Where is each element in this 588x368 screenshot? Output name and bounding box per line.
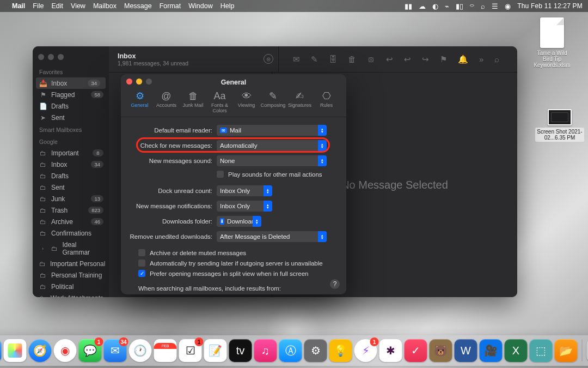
dock-chrome[interactable]: ◉ [54,339,77,362]
compose-icon[interactable]: ✎ [311,55,318,64]
sidebar-item-work-attachments[interactable]: 🗀Work Attachments [33,292,109,297]
folder-icon: 🗀 [39,184,47,191]
select-check-messages[interactable]: Automatically▴▾ [217,140,327,151]
control-center-icon[interactable]: ☰ [492,2,498,10]
dock-messenger[interactable]: ⚡︎1 [354,339,377,362]
menu-mailbox[interactable]: Mailbox [93,2,117,10]
tab-junk[interactable]: 🗑︎Junk Mail [180,89,206,113]
sidebar-item-archive[interactable]: 🗀Archive46 [33,216,109,227]
search-icon[interactable]: ⌕ [494,55,499,64]
dock-excel[interactable]: X [505,339,528,362]
menubar-clock[interactable]: Thu Feb 11 12:27 PM [517,2,583,10]
mute-icon[interactable]: 🔔 [458,55,468,64]
tab-general[interactable]: ⚙︎General [126,89,153,113]
select-notif[interactable]: Inbox Only▴▾ [217,201,272,212]
menu-edit[interactable]: Edit [51,2,63,10]
dock-launchpad[interactable] [4,339,27,362]
dock-clock[interactable]: 🕐 [129,339,152,362]
siri-icon[interactable]: ◉ [505,2,511,10]
sidebar-item-junk[interactable]: 🗀Junk13 [33,193,109,204]
flag-icon[interactable]: ⚑ [440,55,447,64]
dock-safari[interactable]: 🧭 [29,339,52,362]
junk-icon[interactable]: ⦻ [367,55,375,64]
menu-window[interactable]: Window [188,2,212,10]
archive-icon[interactable]: 🗄︎ [329,55,337,64]
cloud-icon[interactable]: ☁︎ [419,2,426,10]
sidebar-item-drafts-google[interactable]: 🗀Drafts [33,170,109,182]
select-sound[interactable]: None▴▾ [217,155,327,166]
dock-word[interactable]: W [455,339,477,362]
sidebar-item-trash[interactable]: 🗀Trash823 [33,204,109,216]
forward-icon[interactable]: ↪︎ [422,55,429,64]
menu-file[interactable]: File [33,2,44,10]
bluetooth-icon[interactable]: ⌁ [445,2,449,10]
help-button[interactable]: ? [330,279,340,289]
sidebar-item-sent-google[interactable]: 🗀Sent [33,182,109,193]
dock-notes[interactable]: 📝 [204,339,227,362]
dock-app[interactable]: ⬚ [530,339,553,362]
checkbox-archive[interactable] [138,249,145,256]
dock-mail[interactable]: ✉︎34 [104,339,127,362]
reply-all-icon[interactable]: ↩︎ [404,55,411,64]
video-icon[interactable]: ▮▮ [405,2,412,10]
reply-icon[interactable]: ↩︎ [386,55,393,64]
select-reader[interactable]: ✉︎Mail▴▾ [217,125,327,136]
sidebar-item-confirmations[interactable]: 🗀Confirmations [33,227,109,239]
checkbox-retry[interactable] [138,260,145,267]
sidebar-item-important[interactable]: 🗀Important8 [33,147,109,159]
tab-rules[interactable]: ⎔Rules [313,89,340,113]
rules-icon: ⎔ [322,91,331,101]
sidebar-item-inbox-google[interactable]: 🗀Inbox34 [33,159,109,170]
sidebar-item-drafts[interactable]: 📄Drafts [33,100,109,112]
window-traffic-lights[interactable] [33,51,109,65]
dock-bear[interactable]: 🐻 [430,339,452,362]
select-remove[interactable]: After Message is Deleted▴▾ [217,231,327,242]
app-menu[interactable]: Mail [12,2,25,10]
dock-keep[interactable]: 💡 [329,339,352,362]
filter-icon[interactable]: ⊜ [264,54,273,64]
menu-view[interactable]: View [71,2,85,10]
sidebar-item-inbox[interactable]: 📥Inbox34 [36,77,106,89]
sidebar-item-political[interactable]: 🗀Political [33,281,109,292]
sidebar-item-flagged[interactable]: ⚑Flagged58 [33,89,109,100]
dock-music[interactable]: ♫ [254,339,277,362]
battery-icon[interactable]: ▮▯ [456,2,463,10]
tab-signatures[interactable]: ✍︎Signatures [286,89,313,113]
checkbox-playsounds[interactable] [217,171,224,178]
menu-help[interactable]: Help [220,2,235,10]
dock-iterm[interactable]: 📂 [555,339,578,362]
tab-accounts[interactable]: @Accounts [153,89,180,113]
sidebar-item-personal-training[interactable]: 🗀Personal Training [33,269,109,281]
sidebar-item-ideal-grammar[interactable]: ›🗀Ideal Grammar [33,239,109,258]
checkbox-split[interactable]: ✓ [138,270,145,277]
desktop-file-xlsm[interactable]: Tame a Wild Bird Tip Keywords.xlsm [532,17,572,68]
select-dock[interactable]: Inbox Only▴▾ [217,185,272,196]
dock-zoom[interactable]: 🎥 [480,339,503,362]
more-icon[interactable]: » [479,55,483,64]
sidebar-item-important-personal[interactable]: 🗀Important Personal [33,258,109,269]
select-downloads[interactable]: ⬇︎Downloads▴▾ [217,216,261,227]
tab-viewing[interactable]: 👁︎Viewing [233,89,260,113]
wifi-icon[interactable]: ⌔ [470,2,474,10]
dock-todoist[interactable]: ✓ [405,339,427,362]
dock-messages[interactable]: 💬1 [79,339,102,362]
prefs-traffic-lights[interactable] [126,79,152,85]
dock-finder[interactable]: 🙂 [0,339,2,362]
envelope-icon[interactable]: ✉︎ [293,55,300,64]
tab-composing[interactable]: ✎Composing [260,89,286,113]
dock-reminders[interactable]: ☑︎1 [179,339,202,362]
sidebar-item-sent[interactable]: ➤Sent [33,112,109,123]
dock-settings[interactable]: ⚙︎ [304,339,327,362]
search-icon[interactable]: ⌕ [481,2,485,10]
trash-icon[interactable]: 🗑︎ [348,55,356,64]
label-search: When searching all mailboxes, include re… [121,284,338,294]
dock-appletv[interactable]: tv [229,339,252,362]
dock-appstore[interactable]: Ⓐ [279,339,302,362]
sync-icon[interactable]: ◐ [432,2,438,10]
dock-calendar[interactable]: FEB11 [154,339,177,362]
menu-format[interactable]: Format [160,2,181,10]
menu-message[interactable]: Message [124,2,152,10]
desktop-file-screenshot[interactable]: Screen Shot 2021-02...6.35 PM [535,109,585,142]
tab-fonts[interactable]: AaFonts & Colors [206,89,233,113]
dock-slack[interactable]: ✱ [379,339,402,362]
